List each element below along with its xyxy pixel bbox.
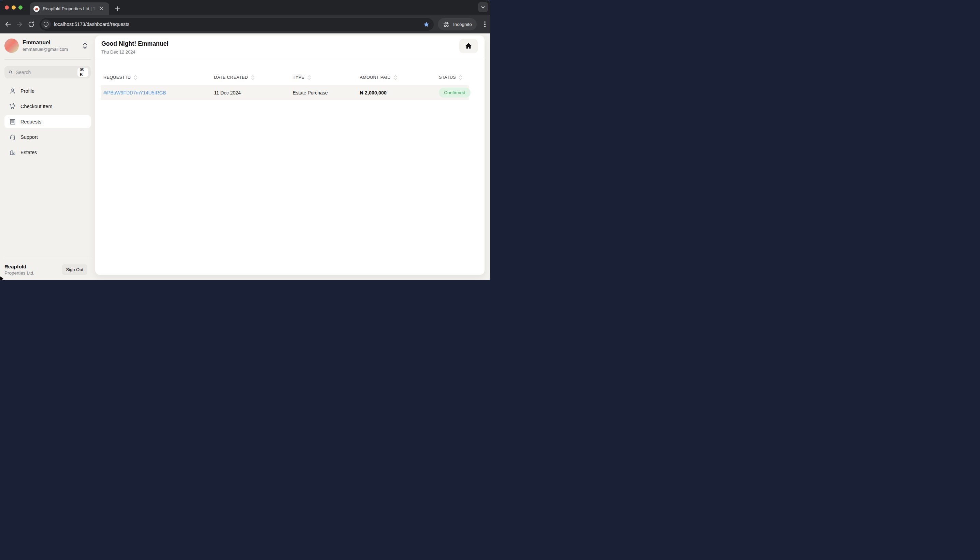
mouse-cursor — [0, 275, 6, 280]
user-profile[interactable]: Emmanuel emmanuel@gmail.com — [5, 38, 91, 53]
sidebar-item-label: Profile — [20, 88, 35, 94]
brand-subtitle: Properties Ltd. — [5, 270, 35, 275]
url-text[interactable]: localhost:5173/dashboard/requests — [54, 22, 422, 27]
site-info-icon[interactable] — [41, 20, 51, 29]
profile-expander-icon[interactable] — [82, 41, 88, 50]
new-tab-button[interactable] — [113, 4, 122, 13]
reload-icon[interactable] — [25, 18, 37, 30]
sort-icon[interactable] — [134, 75, 137, 80]
column-header-request-id[interactable]: REQUEST ID — [104, 75, 214, 80]
tab-strip: Reapfold Properties Ltd | Trus — [0, 0, 490, 15]
tab-title: Reapfold Properties Ltd | Trus — [43, 6, 97, 11]
browser-window: Reapfold Properties Ltd | Trus — [0, 0, 490, 280]
divider — [5, 59, 91, 60]
sidebar-item-requests[interactable]: Requests — [5, 115, 91, 128]
search-icon — [8, 69, 13, 75]
minimize-window-button[interactable] — [12, 5, 16, 10]
search-input[interactable] — [16, 70, 77, 75]
type-cell: Estate Purchase — [293, 90, 360, 95]
column-header-date-created[interactable]: DATE CREATED — [214, 75, 293, 80]
url-bar[interactable]: localhost:5173/dashboard/requests — [40, 18, 434, 31]
column-header-type[interactable]: TYPE — [293, 75, 360, 80]
sidebar-item-label: Support — [20, 134, 38, 140]
requests-panel: Good Night! Emmanuel Thu Dec 12 2024 REQ… — [95, 35, 484, 275]
brand-name: Reapfold — [5, 263, 35, 270]
search-shortcut-badge: ⌘ K — [77, 68, 88, 77]
sidebar-item-estates[interactable]: Estates — [5, 146, 91, 159]
browser-toolbar: localhost:5173/dashboard/requests Incogn… — [0, 15, 490, 33]
sidebar-item-label: Checkout Item — [20, 104, 53, 109]
sidebar-item-profile[interactable]: Profile — [5, 84, 91, 98]
incognito-icon — [442, 21, 450, 28]
building-icon — [9, 149, 16, 156]
tab-search-chevron-icon[interactable] — [478, 2, 488, 12]
sidebar-nav: Profile Checkout Item — [5, 84, 91, 159]
home-button[interactable] — [459, 39, 478, 53]
bookmark-star-icon[interactable] — [422, 20, 430, 28]
list-icon — [9, 118, 16, 125]
site-favicon — [33, 6, 40, 12]
user-email: emmanuel@gmail.com — [23, 47, 68, 52]
sidebar-item-support[interactable]: Support — [5, 130, 91, 143]
column-header-amount-paid[interactable]: AMOUNT PAID — [360, 75, 439, 80]
sidebar: Emmanuel emmanuel@gmail.com ⌘ K — [0, 33, 95, 280]
table-row: #iPBuW9FDD7mY14U5IRGB 11 Dec 2024 Estate… — [101, 85, 469, 100]
browser-menu-icon[interactable] — [480, 20, 490, 29]
amount-paid-cell: ₦ 2,000,000 — [360, 90, 439, 95]
sidebar-footer: Reapfold Properties Ltd. Sign Out — [5, 259, 91, 280]
search-box[interactable]: ⌘ K — [5, 66, 91, 78]
avatar — [5, 38, 19, 53]
sort-icon[interactable] — [459, 75, 462, 80]
tab-close-icon[interactable] — [98, 5, 105, 12]
sort-icon[interactable] — [394, 75, 397, 80]
greeting-date: Thu Dec 12 2024 — [101, 50, 478, 55]
date-created-cell: 11 Dec 2024 — [214, 90, 293, 95]
sidebar-item-label: Requests — [20, 119, 41, 125]
headset-icon — [9, 134, 16, 140]
cart-icon — [9, 103, 16, 110]
column-header-status[interactable]: STATUS — [439, 75, 466, 80]
back-icon[interactable] — [2, 18, 13, 30]
user-name: Emmanuel — [23, 40, 68, 46]
sidebar-item-label: Estates — [20, 150, 37, 155]
greeting-title: Good Night! Emmanuel — [101, 40, 478, 47]
incognito-badge: Incognito — [438, 18, 477, 30]
status-badge: Confirmed — [439, 88, 470, 98]
request-id-link[interactable]: #iPBuW9FDD7mY14U5IRGB — [104, 90, 214, 95]
zoom-window-button[interactable] — [18, 5, 23, 10]
sign-out-button[interactable]: Sign Out — [62, 264, 87, 275]
sidebar-item-checkout-item[interactable]: Checkout Item — [5, 100, 91, 113]
table-header-row: REQUEST ID DATE CREATED TYPE AMOUNT PAID — [101, 73, 469, 82]
requests-table: REQUEST ID DATE CREATED TYPE AMOUNT PAID — [101, 73, 469, 100]
dashboard-page: Emmanuel emmanuel@gmail.com ⌘ K — [0, 33, 490, 280]
home-icon — [465, 42, 472, 50]
user-icon — [9, 88, 16, 95]
panel-header: Good Night! Emmanuel Thu Dec 12 2024 — [95, 35, 484, 59]
forward-icon[interactable] — [13, 18, 25, 30]
browser-tab[interactable]: Reapfold Properties Ltd | Trus — [30, 2, 109, 15]
window-controls — [5, 5, 23, 10]
sort-icon[interactable] — [251, 75, 255, 80]
incognito-label: Incognito — [453, 22, 472, 27]
sort-icon[interactable] — [307, 75, 311, 80]
close-window-button[interactable] — [5, 5, 9, 10]
